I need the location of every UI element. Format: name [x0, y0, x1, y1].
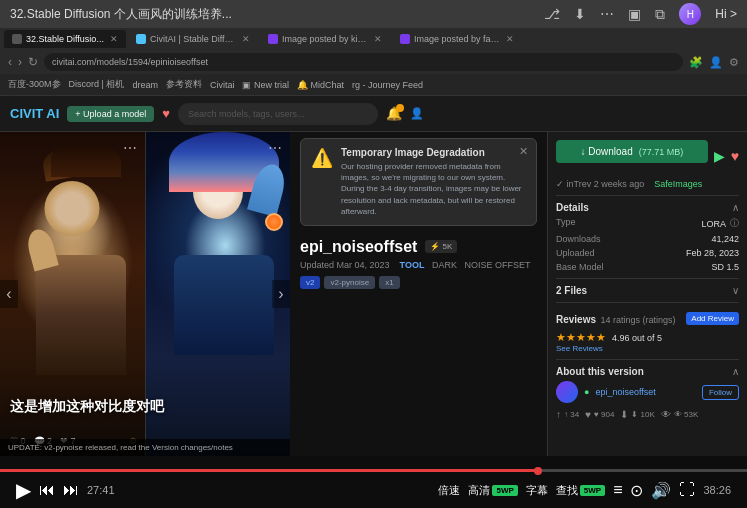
bookmarks-bar: 百度-300M参 Discord | 相机 dream 参考资料 Civitai…	[0, 74, 747, 96]
cast-icon[interactable]: ▣	[628, 6, 641, 22]
tab-close-2[interactable]: ✕	[242, 34, 250, 44]
url-bar[interactable]: civitai.com/models/1594/epinioiseoffset	[44, 53, 683, 71]
creator-name[interactable]: epi_noiseoffset	[595, 387, 695, 397]
bookmark-7[interactable]: 🔔 MidChat	[297, 80, 344, 90]
downloads-row: Downloads 41,242	[556, 234, 739, 244]
civitai-logo[interactable]: CIVIT AI	[10, 106, 59, 121]
extensions-icon[interactable]: 🧩	[689, 56, 703, 69]
current-time: 27:41	[87, 484, 115, 496]
face-shape	[45, 181, 100, 236]
creator-online-dot: ●	[584, 387, 589, 397]
play-download-icon[interactable]: ▶	[714, 148, 725, 164]
warning-icon: ⚠️	[311, 147, 333, 169]
uploaded-label: Uploaded	[556, 248, 595, 258]
bookmark-5[interactable]: Civitai	[210, 80, 235, 90]
stat-views: 👁 👁 53K	[661, 409, 698, 420]
uploaded-value: Feb 28, 2023	[686, 248, 739, 258]
fullscreen-icon[interactable]: ⛶	[679, 481, 695, 499]
tab-close-1[interactable]: ✕	[110, 34, 118, 44]
bookmark-6[interactable]: ▣ New trial	[242, 80, 289, 90]
speed-label[interactable]: 倍速	[438, 483, 460, 498]
volume-icon[interactable]: 🔊	[651, 481, 671, 500]
tab-favicon-3	[268, 34, 278, 44]
gallery-more-2[interactable]: ⋯	[268, 140, 282, 156]
record-icon[interactable]: ⊙	[630, 481, 643, 500]
gallery-next-btn[interactable]: ›	[272, 280, 290, 308]
notification-banner: ⚠️ Temporary Image Degradation Our hosti…	[300, 138, 537, 226]
search-badge: 5WP	[580, 485, 605, 496]
heart-download-icon[interactable]: ♥	[731, 148, 739, 164]
search-label[interactable]: 查找	[556, 483, 578, 498]
gallery-prev-btn[interactable]: ‹	[0, 280, 18, 308]
rating-score: 4.96 out of 5	[612, 333, 662, 343]
follow-btn[interactable]: Follow	[702, 385, 739, 400]
dl-count: ⬇ 10K	[631, 410, 654, 419]
tab-close-3[interactable]: ✕	[374, 34, 382, 44]
tab-bar: 32.Stable Diffusio... ✕ CivitAI | Stable…	[0, 28, 747, 50]
user-avatar[interactable]: H	[679, 3, 701, 25]
tab-2[interactable]: CivitAI | Stable Diffusion mo... ✕	[128, 30, 258, 48]
notification-close-btn[interactable]: ✕	[519, 145, 528, 158]
tab-3[interactable]: Image posted by kinspirite... ✕	[260, 30, 390, 48]
tab-label-4: Image posted by faktusuyu...	[414, 34, 500, 44]
next-chapter-btn[interactable]: ⏭	[63, 481, 79, 499]
prev-chapter-btn[interactable]: ⏮	[39, 481, 55, 499]
type-info-icon[interactable]: ⓘ	[730, 217, 739, 230]
notification-title: Temporary Image Degradation	[341, 147, 526, 158]
anime-body	[174, 255, 274, 355]
safety-text: SafeImages	[654, 179, 702, 189]
bookmark-8[interactable]: rg - Journey Feed	[352, 80, 423, 90]
refresh-btn[interactable]: ↻	[28, 55, 38, 69]
tab-favicon-4	[400, 34, 410, 44]
notification-icon[interactable]: 🔔	[386, 106, 402, 121]
bookmark-3[interactable]: dream	[132, 80, 158, 90]
bookmark-4[interactable]: 参考资料	[166, 78, 202, 91]
about-chevron-icon[interactable]: ∧	[732, 366, 739, 377]
download-title-icon[interactable]: ⬇	[574, 6, 586, 22]
play-btn[interactable]: ▶	[16, 478, 31, 502]
playlist-icon[interactable]: ≡	[613, 481, 622, 499]
quality-group: 高清 5WP	[468, 483, 517, 498]
model-info-area: ⚠️ Temporary Image Degradation Our hosti…	[290, 132, 547, 456]
back-btn[interactable]: ‹	[8, 55, 12, 69]
profile-icon[interactable]: 👤	[709, 56, 723, 69]
subtitle-label[interactable]: 字幕	[526, 483, 548, 498]
controls-row: ▶ ⏮ ⏭ 27:41 倍速 高清 5WP 字幕 查找 5WP ≡ ⊙ 🔊 ⛶ …	[0, 478, 747, 502]
add-review-btn[interactable]: Add Review	[686, 312, 739, 325]
pip-icon[interactable]: ⧉	[655, 6, 665, 23]
bookmark-1[interactable]: 百度-300M参	[8, 78, 61, 91]
views-icon: 👁	[661, 409, 671, 420]
stat-thumbs: ↑ ↑ 34	[556, 409, 579, 420]
thumbs-count: ↑ 34	[564, 410, 579, 419]
tab-active[interactable]: 32.Stable Diffusio... ✕	[4, 30, 126, 48]
rating-row: ★★★★★ 4.96 out of 5	[556, 331, 739, 344]
details-section-header: Details ∧	[556, 202, 739, 213]
more-icon[interactable]: ⋯	[600, 6, 614, 22]
share-icon[interactable]: ⎇	[544, 6, 560, 22]
search-bar[interactable]: Search models, tags, users...	[178, 103, 378, 125]
tab-close-4[interactable]: ✕	[506, 34, 514, 44]
tag-v2[interactable]: v2	[300, 276, 320, 289]
posted-text: ✓ inTrev 2 weeks ago SafeImages	[556, 179, 739, 189]
files-chevron-icon[interactable]: ∨	[732, 285, 739, 296]
tag-x1[interactable]: x1	[379, 276, 399, 289]
stat-hearts: ♥ ♥ 904	[585, 409, 614, 420]
details-chevron-icon[interactable]: ∧	[732, 202, 739, 213]
gallery-more-1[interactable]: ⋯	[123, 140, 137, 156]
settings-icon[interactable]: ⚙	[729, 56, 739, 69]
favorite-icon[interactable]: ♥	[162, 106, 170, 121]
bookmark-2[interactable]: Discord | 相机	[69, 78, 125, 91]
user-menu-icon[interactable]: 👤	[410, 107, 424, 120]
type-label: Type	[556, 217, 576, 230]
tag-pynoise[interactable]: v2-pynoise	[324, 276, 375, 289]
tab-4[interactable]: Image posted by faktusuyu... ✕	[392, 30, 522, 48]
download-btn[interactable]: ↓ Download (77.71 MB)	[556, 140, 708, 163]
upload-model-btn[interactable]: + Upload a model	[67, 106, 154, 122]
progress-bar[interactable]	[0, 469, 747, 472]
title-icons: ⎇ ⬇ ⋯ ▣ ⧉ H Hi >	[544, 3, 737, 25]
tab-favicon-1	[12, 34, 22, 44]
reviews-title-group: Reviews 14 ratings (ratings)	[556, 309, 676, 327]
quality-label[interactable]: 高清	[468, 483, 490, 498]
see-reviews-link[interactable]: See Reviews	[556, 344, 739, 353]
forward-btn[interactable]: ›	[18, 55, 22, 69]
